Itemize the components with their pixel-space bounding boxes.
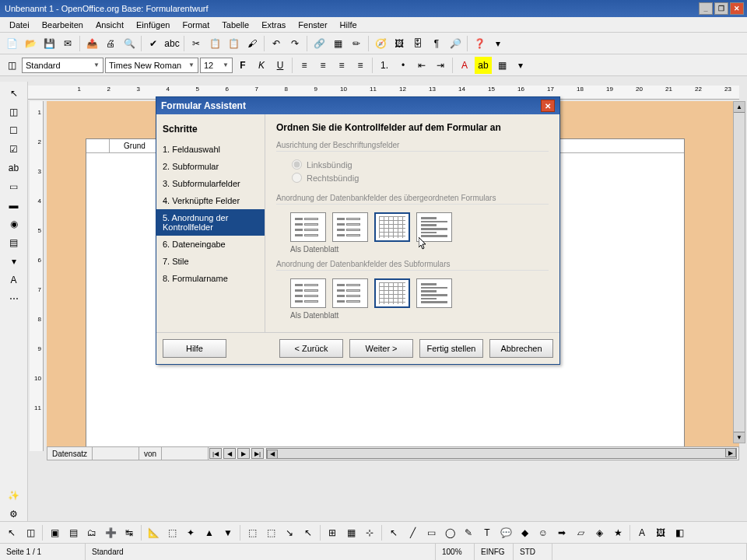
redo-icon[interactable]: ↷ — [286, 35, 303, 52]
align-justify-icon[interactable]: ≡ — [352, 57, 369, 74]
control-props-icon[interactable]: ▤ — [65, 524, 82, 541]
more-controls-icon[interactable]: ⋯ — [5, 290, 23, 307]
menu-tabelle[interactable]: Tabelle — [216, 19, 255, 31]
enter-group-icon[interactable]: ↘ — [281, 524, 298, 541]
leave-group-icon[interactable]: ↖ — [300, 524, 317, 541]
pointer-icon[interactable]: ↖ — [385, 524, 402, 541]
radio-right-input[interactable] — [292, 173, 302, 183]
minimize-button[interactable]: _ — [699, 2, 713, 15]
new-icon[interactable]: 📄 — [3, 35, 20, 52]
maximize-button[interactable]: ❐ — [714, 2, 728, 15]
underline-icon[interactable]: U — [272, 57, 289, 74]
select-icon[interactable]: ↖ — [5, 85, 23, 102]
record-number-field[interactable] — [93, 447, 139, 460]
design-toggle-icon[interactable]: ◫ — [22, 524, 39, 541]
decrease-indent-icon[interactable]: ⇤ — [413, 57, 430, 74]
paragraph-style-combo[interactable]: Standard ▼ — [22, 58, 103, 73]
callout-icon[interactable]: 💬 — [497, 524, 514, 541]
spellcheck-icon[interactable]: ✔ — [145, 35, 162, 52]
wizard-step-7[interactable]: 7. Stile — [156, 253, 265, 270]
draw-icon[interactable]: ✏ — [348, 35, 365, 52]
radio-left-input[interactable] — [292, 159, 302, 170]
combobox-icon[interactable]: ▾ — [5, 253, 23, 270]
layout-columnar-top[interactable] — [332, 212, 368, 242]
autospell-icon[interactable]: abc — [163, 35, 181, 52]
wizard-step-4[interactable]: 4. Verknüpfte Felder — [156, 192, 265, 209]
extrusion-icon[interactable]: ◧ — [671, 524, 688, 541]
paste-icon[interactable]: 📋 — [225, 35, 242, 52]
align-left-icon[interactable]: ≡ — [296, 57, 313, 74]
align-right-icon[interactable]: ≡ — [333, 57, 350, 74]
table-icon[interactable]: ▦ — [329, 35, 346, 52]
datasources-icon[interactable]: 🗄 — [409, 35, 426, 52]
freeform-icon[interactable]: ✎ — [460, 524, 477, 541]
wizard-step-5[interactable]: 5. Anordnung der Kontrollfelder — [156, 209, 265, 236]
layout-blocks-top[interactable] — [416, 212, 452, 242]
auto-control-focus-icon[interactable]: ✦ — [182, 524, 199, 541]
rectangle-icon[interactable]: ▭ — [423, 524, 440, 541]
bold-icon[interactable]: F — [234, 57, 251, 74]
nonprinting-icon[interactable]: ¶ — [428, 35, 445, 52]
font-name-combo[interactable]: Times New Roman ▼ — [105, 58, 198, 73]
stars-icon[interactable]: ★ — [609, 524, 626, 541]
finish-button[interactable]: Fertig stellen — [419, 339, 483, 358]
ungroup-icon[interactable]: ⬚ — [262, 524, 279, 541]
callouts-icon[interactable]: ◈ — [591, 524, 608, 541]
scroll-down-icon[interactable]: ▼ — [734, 432, 745, 443]
toolbar-dropdown-icon[interactable]: ▾ — [489, 35, 507, 52]
help-icon[interactable]: ❓ — [471, 35, 488, 52]
position-size-icon[interactable]: ⬚ — [163, 524, 181, 541]
menu-hilfe[interactable]: Hilfe — [334, 19, 363, 31]
from-file-icon[interactable]: 🖼 — [652, 524, 669, 541]
status-selection-mode[interactable]: STD — [514, 544, 552, 560]
vertical-scrollbar[interactable]: ▲ ▼ — [733, 101, 745, 443]
toolbar-dropdown-icon[interactable]: ▾ — [512, 57, 529, 74]
hyperlink-icon[interactable]: 🔗 — [310, 35, 328, 52]
format-paint-icon[interactable]: 🖌 — [244, 35, 261, 52]
sub-layout-blocks-top[interactable] — [416, 278, 452, 308]
radio-left-aligned[interactable]: Linksbündig — [292, 158, 549, 171]
italic-icon[interactable]: K — [253, 57, 270, 74]
horizontal-scrollbar[interactable]: ◀ ▶ — [266, 448, 737, 459]
close-button[interactable]: ✕ — [730, 2, 744, 15]
last-record-icon[interactable]: ▶| — [251, 448, 264, 459]
layout-columnar-left[interactable] — [290, 212, 326, 242]
numbered-list-icon[interactable]: 1. — [376, 57, 393, 74]
selection-icon[interactable]: ↖ — [3, 524, 20, 541]
grid-icon[interactable]: ▦ — [342, 524, 359, 541]
pushbutton-icon[interactable]: ▬ — [5, 197, 23, 214]
listbox-icon[interactable]: ▤ — [5, 234, 23, 251]
send-to-back-icon[interactable]: ▼ — [219, 524, 237, 541]
save-icon[interactable]: 💾 — [40, 35, 58, 52]
control-icon[interactable]: ☐ — [5, 122, 23, 139]
text-icon[interactable]: T — [479, 524, 496, 541]
textfield-icon[interactable]: ab — [5, 159, 23, 177]
menu-fenster[interactable]: Fenster — [292, 19, 333, 31]
line-icon[interactable]: ╱ — [404, 524, 421, 541]
gallery-icon[interactable]: 🖼 — [391, 35, 408, 52]
sub-layout-columnar-left[interactable] — [290, 278, 326, 308]
preview-icon[interactable]: 🔍 — [121, 35, 138, 52]
wizard-step-3[interactable]: 3. Subformularfelder — [156, 175, 265, 192]
wizard-step-2[interactable]: 2. Subformular — [156, 158, 265, 175]
fontwork-icon[interactable]: A — [633, 524, 651, 541]
open-design-icon[interactable]: 📐 — [145, 524, 162, 541]
highlight-icon[interactable]: ab — [475, 57, 492, 74]
option-button-icon[interactable]: ◉ — [5, 215, 23, 233]
increase-indent-icon[interactable]: ⇥ — [432, 57, 449, 74]
background-color-icon[interactable]: ▦ — [493, 57, 510, 74]
print-icon[interactable]: 🖨 — [102, 35, 119, 52]
styles-icon[interactable]: ◫ — [3, 57, 20, 74]
wizard-step-1[interactable]: 1. Feldauswahl — [156, 141, 265, 158]
next-record-icon[interactable]: ▶ — [237, 448, 250, 459]
cancel-button[interactable]: Abbrechen — [489, 339, 553, 358]
wizard-step-6[interactable]: 6. Dateneingabe — [156, 236, 265, 253]
prev-record-icon[interactable]: ◀ — [223, 448, 236, 459]
back-button[interactable]: < Zurück — [279, 339, 343, 358]
open-icon[interactable]: 📂 — [22, 35, 39, 52]
status-insert-mode[interactable]: EINFG — [475, 544, 514, 560]
font-color-icon[interactable]: A — [456, 57, 473, 74]
font-size-combo[interactable]: 12 ▼ — [200, 58, 233, 73]
dialog-close-button[interactable]: ✕ — [541, 100, 555, 112]
form-design-icon[interactable]: ⚙ — [5, 506, 23, 523]
